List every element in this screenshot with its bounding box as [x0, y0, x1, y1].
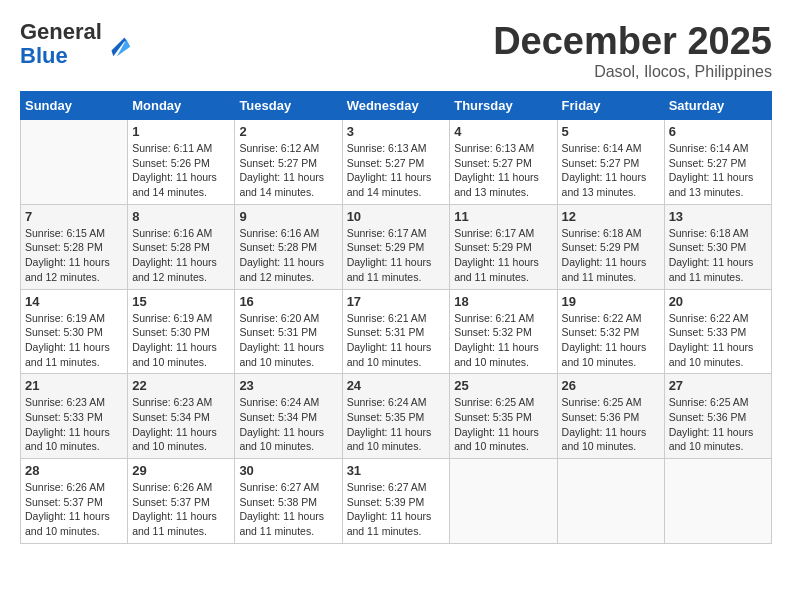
day-number: 7: [25, 209, 123, 224]
calendar-week-row: 14Sunrise: 6:19 AM Sunset: 5:30 PM Dayli…: [21, 289, 772, 374]
logo-icon: [104, 30, 132, 58]
day-number: 6: [669, 124, 767, 139]
calendar-cell: 8Sunrise: 6:16 AM Sunset: 5:28 PM Daylig…: [128, 204, 235, 289]
calendar-cell: 2Sunrise: 6:12 AM Sunset: 5:27 PM Daylig…: [235, 120, 342, 205]
day-info: Sunrise: 6:24 AM Sunset: 5:35 PM Dayligh…: [347, 395, 446, 454]
calendar-cell: 22Sunrise: 6:23 AM Sunset: 5:34 PM Dayli…: [128, 374, 235, 459]
calendar-cell: 19Sunrise: 6:22 AM Sunset: 5:32 PM Dayli…: [557, 289, 664, 374]
day-header-sunday: Sunday: [21, 92, 128, 120]
day-number: 20: [669, 294, 767, 309]
day-info: Sunrise: 6:13 AM Sunset: 5:27 PM Dayligh…: [347, 141, 446, 200]
day-info: Sunrise: 6:22 AM Sunset: 5:33 PM Dayligh…: [669, 311, 767, 370]
calendar-cell: 16Sunrise: 6:20 AM Sunset: 5:31 PM Dayli…: [235, 289, 342, 374]
day-info: Sunrise: 6:27 AM Sunset: 5:39 PM Dayligh…: [347, 480, 446, 539]
title-block: December 2025 Dasol, Ilocos, Philippines: [493, 20, 772, 81]
calendar-week-row: 28Sunrise: 6:26 AM Sunset: 5:37 PM Dayli…: [21, 459, 772, 544]
calendar-cell: 24Sunrise: 6:24 AM Sunset: 5:35 PM Dayli…: [342, 374, 450, 459]
day-number: 11: [454, 209, 552, 224]
day-number: 25: [454, 378, 552, 393]
calendar-cell: 3Sunrise: 6:13 AM Sunset: 5:27 PM Daylig…: [342, 120, 450, 205]
day-number: 26: [562, 378, 660, 393]
day-info: Sunrise: 6:17 AM Sunset: 5:29 PM Dayligh…: [454, 226, 552, 285]
calendar-cell: 4Sunrise: 6:13 AM Sunset: 5:27 PM Daylig…: [450, 120, 557, 205]
day-number: 5: [562, 124, 660, 139]
day-info: Sunrise: 6:18 AM Sunset: 5:29 PM Dayligh…: [562, 226, 660, 285]
calendar-cell: 23Sunrise: 6:24 AM Sunset: 5:34 PM Dayli…: [235, 374, 342, 459]
day-number: 19: [562, 294, 660, 309]
day-info: Sunrise: 6:12 AM Sunset: 5:27 PM Dayligh…: [239, 141, 337, 200]
day-number: 27: [669, 378, 767, 393]
day-number: 29: [132, 463, 230, 478]
calendar-cell: 5Sunrise: 6:14 AM Sunset: 5:27 PM Daylig…: [557, 120, 664, 205]
calendar-week-row: 1Sunrise: 6:11 AM Sunset: 5:26 PM Daylig…: [21, 120, 772, 205]
logo-general-text: General: [20, 19, 102, 44]
day-number: 8: [132, 209, 230, 224]
day-header-monday: Monday: [128, 92, 235, 120]
day-number: 1: [132, 124, 230, 139]
calendar-week-row: 7Sunrise: 6:15 AM Sunset: 5:28 PM Daylig…: [21, 204, 772, 289]
calendar-cell: 15Sunrise: 6:19 AM Sunset: 5:30 PM Dayli…: [128, 289, 235, 374]
day-info: Sunrise: 6:26 AM Sunset: 5:37 PM Dayligh…: [132, 480, 230, 539]
calendar-cell: 13Sunrise: 6:18 AM Sunset: 5:30 PM Dayli…: [664, 204, 771, 289]
day-number: 17: [347, 294, 446, 309]
day-info: Sunrise: 6:11 AM Sunset: 5:26 PM Dayligh…: [132, 141, 230, 200]
calendar-cell: 30Sunrise: 6:27 AM Sunset: 5:38 PM Dayli…: [235, 459, 342, 544]
day-number: 2: [239, 124, 337, 139]
day-info: Sunrise: 6:22 AM Sunset: 5:32 PM Dayligh…: [562, 311, 660, 370]
day-info: Sunrise: 6:19 AM Sunset: 5:30 PM Dayligh…: [132, 311, 230, 370]
day-number: 30: [239, 463, 337, 478]
day-info: Sunrise: 6:18 AM Sunset: 5:30 PM Dayligh…: [669, 226, 767, 285]
calendar-cell: 6Sunrise: 6:14 AM Sunset: 5:27 PM Daylig…: [664, 120, 771, 205]
calendar-cell: 21Sunrise: 6:23 AM Sunset: 5:33 PM Dayli…: [21, 374, 128, 459]
calendar-week-row: 21Sunrise: 6:23 AM Sunset: 5:33 PM Dayli…: [21, 374, 772, 459]
day-info: Sunrise: 6:21 AM Sunset: 5:31 PM Dayligh…: [347, 311, 446, 370]
calendar-cell: 17Sunrise: 6:21 AM Sunset: 5:31 PM Dayli…: [342, 289, 450, 374]
calendar-cell: [450, 459, 557, 544]
calendar-cell: [21, 120, 128, 205]
day-number: 10: [347, 209, 446, 224]
day-number: 21: [25, 378, 123, 393]
calendar-cell: [664, 459, 771, 544]
calendar-cell: 26Sunrise: 6:25 AM Sunset: 5:36 PM Dayli…: [557, 374, 664, 459]
day-header-friday: Friday: [557, 92, 664, 120]
calendar-cell: [557, 459, 664, 544]
day-info: Sunrise: 6:19 AM Sunset: 5:30 PM Dayligh…: [25, 311, 123, 370]
day-number: 31: [347, 463, 446, 478]
day-number: 22: [132, 378, 230, 393]
day-info: Sunrise: 6:13 AM Sunset: 5:27 PM Dayligh…: [454, 141, 552, 200]
day-header-wednesday: Wednesday: [342, 92, 450, 120]
calendar-cell: 12Sunrise: 6:18 AM Sunset: 5:29 PM Dayli…: [557, 204, 664, 289]
page-header: General Blue December 2025 Dasol, Ilocos…: [20, 20, 772, 81]
day-info: Sunrise: 6:20 AM Sunset: 5:31 PM Dayligh…: [239, 311, 337, 370]
day-info: Sunrise: 6:25 AM Sunset: 5:36 PM Dayligh…: [669, 395, 767, 454]
calendar-cell: 25Sunrise: 6:25 AM Sunset: 5:35 PM Dayli…: [450, 374, 557, 459]
day-info: Sunrise: 6:27 AM Sunset: 5:38 PM Dayligh…: [239, 480, 337, 539]
day-number: 13: [669, 209, 767, 224]
calendar-cell: 10Sunrise: 6:17 AM Sunset: 5:29 PM Dayli…: [342, 204, 450, 289]
location-title: Dasol, Ilocos, Philippines: [493, 63, 772, 81]
day-info: Sunrise: 6:26 AM Sunset: 5:37 PM Dayligh…: [25, 480, 123, 539]
day-number: 16: [239, 294, 337, 309]
month-title: December 2025: [493, 20, 772, 63]
calendar-cell: 7Sunrise: 6:15 AM Sunset: 5:28 PM Daylig…: [21, 204, 128, 289]
day-header-thursday: Thursday: [450, 92, 557, 120]
day-info: Sunrise: 6:25 AM Sunset: 5:35 PM Dayligh…: [454, 395, 552, 454]
day-info: Sunrise: 6:23 AM Sunset: 5:34 PM Dayligh…: [132, 395, 230, 454]
day-number: 12: [562, 209, 660, 224]
day-number: 18: [454, 294, 552, 309]
calendar-header-row: SundayMondayTuesdayWednesdayThursdayFrid…: [21, 92, 772, 120]
day-info: Sunrise: 6:16 AM Sunset: 5:28 PM Dayligh…: [132, 226, 230, 285]
day-number: 4: [454, 124, 552, 139]
calendar-cell: 28Sunrise: 6:26 AM Sunset: 5:37 PM Dayli…: [21, 459, 128, 544]
day-info: Sunrise: 6:23 AM Sunset: 5:33 PM Dayligh…: [25, 395, 123, 454]
day-header-saturday: Saturday: [664, 92, 771, 120]
day-number: 14: [25, 294, 123, 309]
day-number: 3: [347, 124, 446, 139]
calendar-cell: 11Sunrise: 6:17 AM Sunset: 5:29 PM Dayli…: [450, 204, 557, 289]
day-info: Sunrise: 6:24 AM Sunset: 5:34 PM Dayligh…: [239, 395, 337, 454]
day-number: 28: [25, 463, 123, 478]
day-number: 15: [132, 294, 230, 309]
calendar-cell: 29Sunrise: 6:26 AM Sunset: 5:37 PM Dayli…: [128, 459, 235, 544]
logo-blue-text: Blue: [20, 43, 68, 68]
day-info: Sunrise: 6:17 AM Sunset: 5:29 PM Dayligh…: [347, 226, 446, 285]
